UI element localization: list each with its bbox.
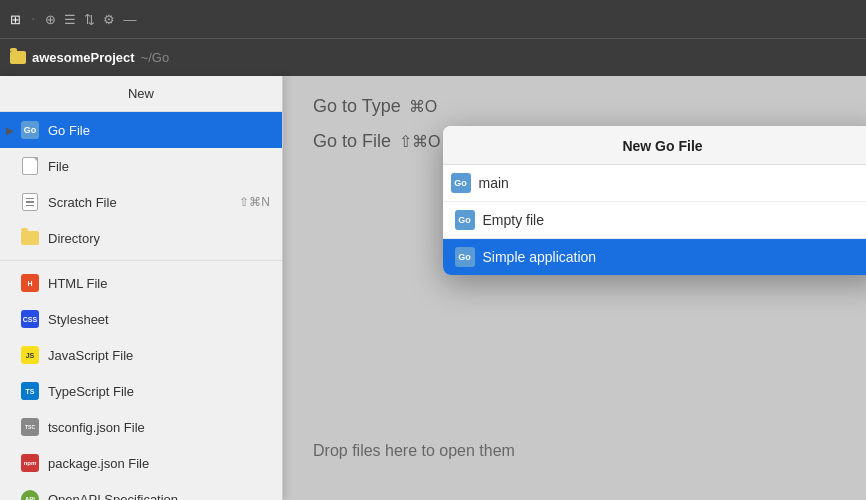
dialog-option-simple-application[interactable]: Go Simple application <box>443 238 867 275</box>
project-header: awesomeProject ~/Go <box>0 38 866 76</box>
javascript-file-label: JavaScript File <box>48 348 270 363</box>
scratch-file-icon <box>20 192 40 212</box>
arrow-icon: ▶ <box>6 125 14 136</box>
openapi-icon: API <box>20 489 40 500</box>
toolbar-settings-icon[interactable]: ⚙ <box>103 12 115 27</box>
menu-item-html-file[interactable]: H HTML File <box>0 265 282 301</box>
menu-item-openapi-spec[interactable]: API OpenAPI Specification <box>0 481 282 500</box>
menu-item-file[interactable]: File <box>0 148 282 184</box>
project-folder-icon <box>10 51 26 64</box>
main-content: Go to Type ⌘O Go to File ⇧⌘O New Go File… <box>283 76 866 500</box>
dialog-option-empty-file[interactable]: Go Empty file <box>443 201 867 238</box>
toolbar-add-icon[interactable]: ⊕ <box>45 12 56 27</box>
menu-header: New <box>0 76 282 112</box>
toolbar: ⊞ · ⊕ ☰ ⇅ ⚙ — <box>0 0 866 38</box>
toolbar-list-icon[interactable]: ☰ <box>64 12 76 27</box>
scratch-file-shortcut: ⇧⌘N <box>239 195 270 209</box>
file-icon <box>20 156 40 176</box>
js-icon: JS <box>20 345 40 365</box>
new-go-file-dialog: New Go File Go Go Empty file Go Simple a… <box>443 126 867 275</box>
stylesheet-label: Stylesheet <box>48 312 270 327</box>
menu-item-typescript-file[interactable]: TS TypeScript File <box>0 373 282 409</box>
scratch-file-label: Scratch File <box>48 195 231 210</box>
dialog-option-simple-icon: Go <box>455 247 475 267</box>
sidebar-menu: New ▶ Go Go File File <box>0 76 283 500</box>
dialog-input-go-icon: Go <box>451 173 471 193</box>
directory-icon <box>20 228 40 248</box>
menu-item-tsconfig-file[interactable]: TSC tsconfig.json File <box>0 409 282 445</box>
menu-item-package-file[interactable]: npm package.json File <box>0 445 282 481</box>
menu-item-stylesheet[interactable]: CSS Stylesheet <box>0 301 282 337</box>
ts-icon: TS <box>20 381 40 401</box>
tsconfig-icon: TSC <box>20 417 40 437</box>
toolbar-grid-icon[interactable]: ⊞ <box>10 12 21 27</box>
toolbar-minus-icon[interactable]: — <box>123 12 136 27</box>
typescript-file-label: TypeScript File <box>48 384 270 399</box>
html-icon: H <box>20 273 40 293</box>
menu-divider-1 <box>0 260 282 261</box>
menu-item-directory[interactable]: Directory <box>0 220 282 256</box>
empty-file-label: Empty file <box>483 212 544 228</box>
toolbar-sort-icon[interactable]: ⇅ <box>84 12 95 27</box>
project-name: awesomeProject <box>32 50 135 65</box>
goto-file-key: ⇧⌘O <box>399 132 440 151</box>
go-file-icon: Go <box>20 120 40 140</box>
menu-item-javascript-file[interactable]: JS JavaScript File <box>0 337 282 373</box>
main-layout: New ▶ Go Go File File <box>0 76 866 500</box>
goto-type-row: Go to Type ⌘O <box>313 96 836 117</box>
file-label: File <box>48 159 270 174</box>
drop-files-label: Drop files here to open them <box>313 442 515 460</box>
dialog-title: New Go File <box>443 126 867 164</box>
pkg-icon: npm <box>20 453 40 473</box>
dialog-input-row[interactable]: Go <box>443 164 867 201</box>
go-file-label: Go File <box>48 123 270 138</box>
menu-item-go-file[interactable]: ▶ Go Go File <box>0 112 282 148</box>
tsconfig-file-label: tsconfig.json File <box>48 420 270 435</box>
project-path: ~/Go <box>141 50 170 65</box>
dialog-option-empty-icon: Go <box>455 210 475 230</box>
openapi-spec-label: OpenAPI Specification <box>48 492 270 501</box>
menu-item-scratch-file[interactable]: Scratch File ⇧⌘N <box>0 184 282 220</box>
directory-label: Directory <box>48 231 270 246</box>
css-icon: CSS <box>20 309 40 329</box>
new-file-name-input[interactable] <box>479 169 867 197</box>
goto-type-key: ⌘O <box>409 97 437 116</box>
simple-application-label: Simple application <box>483 249 597 265</box>
package-file-label: package.json File <box>48 456 270 471</box>
goto-file-label: Go to File <box>313 131 391 152</box>
html-file-label: HTML File <box>48 276 270 291</box>
goto-type-label: Go to Type <box>313 96 401 117</box>
